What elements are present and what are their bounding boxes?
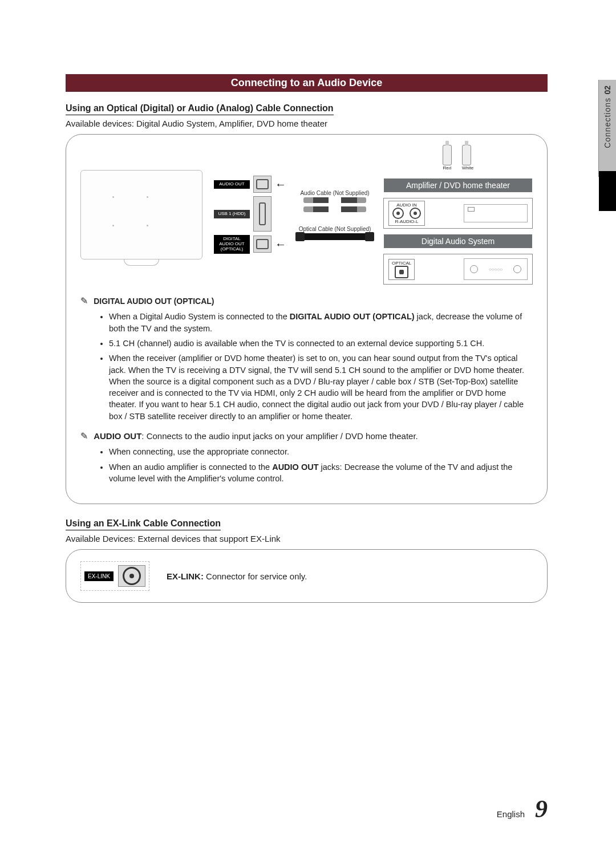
side-tab: 02 Connections [598,80,616,177]
optical-jack [395,266,408,278]
list-item: When connecting, use the appropriate con… [109,446,533,457]
exlink-port-label: EX-LINK [84,571,114,581]
exlink-diagram: EX-LINK EX-LINK: Connector for service o… [66,549,548,603]
cables: Audio Cable (Not Supplied) Optical Cable… [298,190,372,240]
amp-device: AUDIO IN R-AUDIO-L [383,198,533,229]
note-icon: ✎ [80,296,88,306]
port-label-audioout: AUDIO OUT [214,180,250,189]
note-2-list: When connecting, use the appropriate con… [80,446,533,484]
available-devices-2: Available Devices: External devices that… [66,534,548,543]
jack-r [392,208,404,219]
list-item: 5.1 CH (channel) audio is available when… [109,338,533,349]
arrow-left-icon: ← [275,238,286,251]
rca-cable-white [303,197,366,203]
port-audioout [253,176,271,193]
section-heading-1: Using an Optical (Digital) or Audio (Ana… [66,103,334,115]
rca-plug-white [462,145,471,165]
arrow-left-icon: ← [275,178,286,191]
footer-language: English [497,809,525,819]
audioin-label: AUDIO IN [396,202,417,208]
das-title: Digital Audio System [384,234,532,248]
amp-front [464,204,528,222]
list-item: When a Digital Audio System is connected… [109,311,533,334]
note-1-heading: ✎ DIGITAL AUDIO OUT (OPTICAL) [80,295,533,307]
note-2-heading: ✎ AUDIO OUT: Connects to the audio input… [80,430,533,443]
audio-cable-label: Audio Cable (Not Supplied) [300,190,369,196]
port-label-usb: USB 1 (HDD) [214,210,250,218]
plug-label-red: Red [443,165,452,171]
exlink-description: EX-LINK: Connector for service only. [167,571,307,581]
side-gutter-marker [599,171,616,211]
port-label-digital: DIGITAL AUDIO OUT (OPTICAL) [214,235,250,253]
rca-cable-red [303,206,366,212]
note-1-list: When a Digital Audio System is connected… [80,311,533,422]
das-device: OPTICAL ○○○○○ [383,254,533,285]
port-digital [253,236,271,253]
rca-plug-red [443,145,452,165]
list-item: When the receiver (amplifier or DVD home… [109,352,533,422]
optical-cable [298,233,372,240]
page-number: 9 [535,794,548,823]
exlink-port: EX-LINK [80,561,149,591]
das-front: ○○○○○ [464,258,528,280]
list-item: When an audio amplifier is connected to … [109,461,533,485]
external-devices: Red White Amplifier / DVD home theater A… [383,145,533,285]
amp-title: Amplifier / DVD home theater [384,178,532,192]
plug-label-white: White [462,165,473,171]
available-devices-1: Available devices: Digital Audio System,… [66,119,548,128]
jack-l [410,208,421,219]
note-icon: ✎ [80,431,88,441]
tv-illustration [80,170,202,259]
page-title: Connecting to an Audio Device [66,74,548,92]
tv-ports: AUDIO OUT ← USB 1 (HDD) DIGITAL AUDIO OU… [214,176,286,253]
page-footer: English 9 [497,794,548,823]
port-usb [253,196,271,232]
chapter-title: Connections [603,98,612,148]
section-heading-2: Using an EX-Link Cable Connection [66,518,221,530]
exlink-jack [118,565,145,587]
connection-diagram: AUDIO OUT ← USB 1 (HDD) DIGITAL AUDIO OU… [66,134,548,504]
rl-label: R-AUDIO-L [395,219,419,224]
chapter-number: 02 [603,86,612,95]
optical-cable-label: Optical Cable (Not Supplied) [299,226,371,232]
optical-label: OPTICAL [392,261,411,266]
